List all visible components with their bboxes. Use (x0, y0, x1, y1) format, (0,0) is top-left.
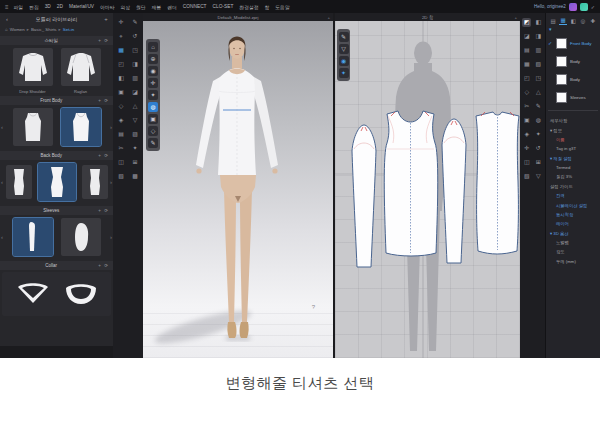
property-row[interactable]: 질김 3% (546, 172, 600, 181)
tool-icon[interactable]: ▧ (534, 60, 543, 69)
tool-icon[interactable]: △ (534, 88, 543, 97)
clo-badge-icon[interactable] (580, 3, 588, 11)
tool-icon[interactable]: ⊞ (534, 158, 543, 167)
panel-tab-icon[interactable]: ▦ (559, 16, 567, 25)
menu-item[interactable]: 도움말 (272, 4, 292, 10)
pattern-sleeve-left[interactable] (352, 125, 376, 267)
thumb-sleeve-2[interactable] (61, 218, 101, 256)
property-row[interactable]: 세부사항 (546, 116, 600, 125)
tool-icon[interactable]: ▨ (131, 130, 140, 139)
property-row[interactable]: ▾ 재질 설정 (546, 154, 600, 163)
thumb-collar-round[interactable] (61, 275, 101, 313)
tool-icon[interactable]: ◍ (534, 116, 543, 125)
tool-icon[interactable]: ◩ (522, 18, 531, 27)
tool-icon[interactable]: ▦ (117, 46, 126, 55)
thumb-sleeve-1-selected[interactable] (13, 218, 53, 256)
view2d-tool-icon[interactable]: ◉ (339, 56, 349, 66)
tool-icon[interactable]: ↺ (534, 144, 543, 153)
check-icon[interactable]: ✓ (591, 4, 595, 10)
breadcrumb-set-in[interactable]: Set-in (63, 27, 74, 32)
section-style-actions[interactable]: + ⟳ (98, 38, 109, 43)
property-row[interactable]: 이름 (546, 135, 600, 144)
tool-icon[interactable]: ▣ (117, 88, 126, 97)
menu-item[interactable]: 편집 (26, 4, 42, 10)
tool-icon[interactable]: ↺ (131, 32, 140, 41)
tool-icon[interactable]: ◧ (534, 18, 543, 27)
property-row[interactable]: 두께 (mm) (546, 257, 600, 266)
tool-icon[interactable]: ◪ (131, 88, 140, 97)
add-tab-icon[interactable]: + (327, 15, 330, 20)
prev-arrow-icon[interactable]: ‹ (1, 179, 3, 185)
menu-item[interactable]: 3D (42, 4, 54, 9)
add-icon[interactable]: + (102, 16, 110, 22)
menu-item[interactable]: 창 (262, 4, 273, 10)
tool-icon[interactable]: △ (131, 102, 140, 111)
tool-icon[interactable]: ⊞ (131, 158, 140, 167)
thumb-front-body-1[interactable] (13, 108, 53, 146)
tool-icon[interactable]: ✎ (534, 102, 543, 111)
fabric-swatch[interactable] (556, 38, 567, 49)
view3d-tool-icon[interactable]: ⊕ (148, 54, 158, 64)
tool-icon[interactable]: ◈ (522, 130, 531, 139)
avatar-3d[interactable] (143, 21, 333, 358)
property-row[interactable]: 노멀맵 (546, 238, 600, 247)
tool-icon[interactable]: ▽ (534, 172, 543, 181)
tool-icon[interactable]: ◧ (117, 74, 126, 83)
tool-icon[interactable]: ▽ (131, 116, 140, 125)
pattern-front-body[interactable] (384, 111, 438, 256)
breadcrumb-women[interactable]: Women (10, 27, 25, 32)
next-arrow-icon[interactable]: › (110, 124, 112, 130)
view3d-tool-icon[interactable]: ▣ (148, 114, 158, 124)
tool-icon[interactable]: ◪ (522, 32, 531, 41)
tool-icon[interactable]: ◈ (117, 116, 126, 125)
panel-tab-icon[interactable]: ◧ (569, 17, 577, 25)
help-icon[interactable]: ? (312, 304, 315, 310)
object-row-sleeves[interactable]: Sleeves (546, 88, 600, 106)
view2d-tool-icon[interactable]: ✎ (339, 32, 349, 42)
view3d-tool-icon[interactable]: ✎ (148, 138, 158, 148)
tool-icon[interactable]: ◇ (117, 102, 126, 111)
tool-icon[interactable]: ◨ (131, 60, 140, 69)
thumb-back-body-2-selected[interactable] (38, 163, 76, 201)
property-row[interactable]: Tag in g3T (546, 144, 600, 153)
section-back-actions[interactable]: + ⟳ (98, 153, 109, 158)
tool-icon[interactable]: ▥ (131, 74, 140, 83)
tool-icon[interactable]: ▤ (117, 130, 126, 139)
back-chevron-icon[interactable]: ‹ (3, 16, 11, 22)
menu-item[interactable]: 아바타 (97, 4, 117, 10)
tool-icon[interactable]: ◳ (131, 46, 140, 55)
tool-icon[interactable]: ◰ (117, 60, 126, 69)
object-row-body[interactable]: Body (546, 70, 600, 88)
tool-icon[interactable]: ◨ (534, 32, 543, 41)
view3d-tool-icon[interactable]: ⌂ (148, 42, 158, 52)
tool-icon[interactable]: ✂ (522, 102, 531, 111)
menu-item[interactable]: 환경설정 (236, 4, 261, 10)
view3d-tool-icon[interactable]: ◍ (148, 102, 158, 112)
md-badge-icon[interactable] (569, 3, 577, 11)
view3d-tool-icon[interactable]: ◇ (148, 126, 158, 136)
tool-icon[interactable]: ▥ (534, 46, 543, 55)
section-sleeves-actions[interactable]: + ⟳ (98, 208, 109, 213)
tool-icon[interactable]: ◰ (522, 74, 531, 83)
property-row[interactable]: 레이어 (546, 219, 600, 228)
property-row[interactable]: ▾ 정보 (546, 125, 600, 134)
view3d-tool-icon[interactable]: ✛ (148, 78, 158, 88)
property-row[interactable]: 시뮬레이션 설정 (546, 200, 600, 209)
next-arrow-icon[interactable]: › (110, 179, 112, 185)
view2d-tool-icon[interactable]: ✦ (339, 68, 349, 78)
tool-icon[interactable]: ▤ (522, 46, 531, 55)
home-icon[interactable]: ⌂ (5, 27, 8, 32)
menu-item[interactable]: CONNECT (180, 4, 210, 9)
section-collar-actions[interactable]: + ⟳ (98, 263, 109, 268)
property-row[interactable]: 동시착장 (546, 210, 600, 219)
tool-icon[interactable]: ⌖ (117, 32, 126, 41)
tool-icon[interactable]: ✛ (117, 18, 126, 27)
menu-item[interactable]: 렌더 (164, 4, 180, 10)
tool-icon[interactable]: ◫ (522, 158, 531, 167)
fabric-swatch[interactable] (556, 92, 567, 103)
app-menu-icon[interactable]: ≡ (5, 4, 9, 10)
property-row[interactable]: 간격 (546, 191, 600, 200)
prev-arrow-icon[interactable]: ‹ (1, 234, 3, 240)
panel-tab-icon[interactable]: ✚ (589, 17, 597, 25)
tool-icon[interactable]: ✦ (131, 144, 140, 153)
